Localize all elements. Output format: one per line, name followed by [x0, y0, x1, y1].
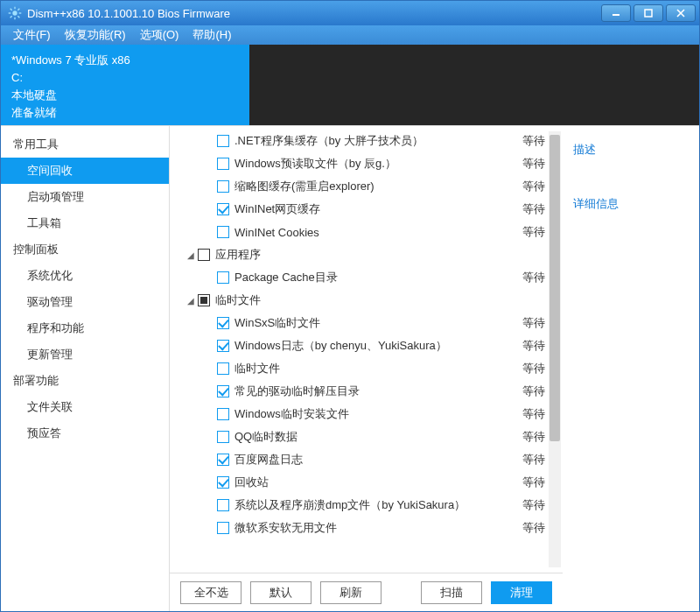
sidebar-item-optimize[interactable]: 系统优化: [1, 263, 169, 289]
checkbox[interactable]: [198, 294, 210, 306]
checkbox[interactable]: [217, 180, 229, 193]
list-item[interactable]: WinINet网页缓存等待: [170, 198, 547, 221]
checkbox[interactable]: [217, 476, 229, 489]
item-status: 等待: [519, 452, 547, 468]
checkbox[interactable]: [217, 226, 229, 238]
image-banner: *Windows 7 专业版 x86 C: 本地硬盘 准备就绪: [1, 45, 699, 125]
checkbox[interactable]: [217, 158, 229, 170]
footer: 全不选 默认 刷新 扫描 清理: [170, 573, 563, 611]
sidebar-item-startup[interactable]: 启动项管理: [1, 184, 169, 210]
list-item[interactable]: 常见的驱动临时解压目录等待: [170, 380, 547, 403]
checkbox[interactable]: [217, 340, 229, 352]
svg-line-5: [10, 9, 12, 11]
checkbox[interactable]: [217, 454, 229, 466]
select-none-button[interactable]: 全不选: [180, 581, 242, 604]
list-item[interactable]: 临时文件等待: [170, 357, 547, 380]
details-link[interactable]: 详细信息: [573, 196, 689, 212]
clean-button[interactable]: 清理: [491, 581, 552, 604]
sidebar-item-space-cleanup[interactable]: 空间回收: [1, 158, 169, 184]
item-label: 常见的驱动临时解压目录: [234, 383, 519, 399]
checkbox[interactable]: [198, 249, 210, 261]
item-label: Package Cache目录: [234, 270, 519, 285]
list-item[interactable]: Windows预读取文件（by 辰g.）等待: [170, 152, 547, 175]
description-link[interactable]: 描述: [573, 142, 689, 158]
menu-recover[interactable]: 恢复功能(R): [58, 25, 133, 45]
menu-file[interactable]: 文件(F): [6, 25, 58, 45]
sidebar-item-file-assoc[interactable]: 文件关联: [1, 394, 169, 420]
item-status: 等待: [519, 497, 547, 513]
image-info-panel[interactable]: *Windows 7 专业版 x86 C: 本地硬盘 准备就绪: [1, 45, 249, 125]
item-label: WinINet网页缓存: [234, 201, 519, 217]
titlebar[interactable]: Dism++x86 10.1.1001.10 Bios Firmware: [1, 1, 699, 25]
default-button[interactable]: 默认: [250, 581, 312, 604]
scrollbar[interactable]: [549, 131, 561, 567]
checkbox[interactable]: [217, 499, 229, 511]
minimize-button[interactable]: [601, 4, 631, 22]
checkbox[interactable]: [217, 522, 229, 534]
svg-rect-10: [645, 10, 652, 17]
item-label: 应用程序: [215, 247, 547, 263]
list-item[interactable]: 缩略图缓存(需重启explorer)等待: [170, 175, 547, 198]
list-item[interactable]: Package Cache目录等待: [170, 266, 547, 289]
svg-point-0: [12, 11, 17, 15]
checkbox[interactable]: [217, 317, 229, 329]
scrollbar-thumb[interactable]: [550, 135, 560, 441]
item-status: 等待: [519, 338, 547, 354]
list-item[interactable]: WinINet Cookies等待: [170, 221, 547, 243]
checkbox[interactable]: [217, 362, 229, 375]
list-item[interactable]: Windows日志（by chenyu、YukiSakura）等待: [170, 334, 547, 357]
item-label: 系统以及程序崩溃dmp文件（by YukiSakura）: [234, 497, 519, 513]
scan-button[interactable]: 扫描: [421, 581, 482, 604]
close-button[interactable]: [666, 4, 696, 22]
sidebar-group-common: 常用工具: [1, 131, 169, 158]
list-item[interactable]: 回收站等待: [170, 471, 547, 494]
body: 常用工具 空间回收 启动项管理 工具箱 控制面板 系统优化 驱动管理 程序和功能…: [1, 125, 699, 611]
menu-help[interactable]: 帮助(H): [186, 25, 238, 45]
refresh-button[interactable]: 刷新: [320, 581, 382, 604]
svg-line-8: [18, 9, 19, 11]
sidebar-item-updates[interactable]: 更新管理: [1, 341, 169, 368]
menubar: 文件(F) 恢复功能(R) 选项(O) 帮助(H): [1, 25, 699, 45]
checkbox[interactable]: [217, 203, 229, 215]
maximize-button[interactable]: [634, 4, 663, 22]
item-label: 微软系安软无用文件: [234, 520, 519, 536]
group-row[interactable]: ◢临时文件: [170, 289, 547, 312]
window-title: Dism++x86 10.1.1001.10 Bios Firmware: [27, 7, 598, 20]
item-status: 等待: [519, 224, 547, 240]
image-drive: C:: [11, 69, 239, 87]
item-status: 等待: [519, 270, 547, 285]
item-label: WinINet Cookies: [234, 226, 519, 239]
item-status: 等待: [519, 179, 547, 194]
checkbox[interactable]: [217, 271, 229, 284]
item-status: 等待: [519, 133, 547, 149]
item-label: Windows预读取文件（by 辰g.）: [234, 156, 519, 172]
list-item[interactable]: 百度网盘日志等待: [170, 448, 547, 471]
image-banner-spacer: [249, 45, 699, 125]
list-item[interactable]: 系统以及程序崩溃dmp文件（by YukiSakura）等待: [170, 494, 547, 517]
checkbox[interactable]: [217, 135, 229, 147]
checkbox[interactable]: [217, 385, 229, 397]
collapse-icon[interactable]: ◢: [186, 250, 196, 260]
menu-options[interactable]: 选项(O): [133, 25, 186, 45]
svg-line-7: [10, 16, 12, 18]
sidebar-item-toolbox[interactable]: 工具箱: [1, 210, 169, 236]
image-edition: *Windows 7 专业版 x86: [11, 52, 239, 69]
checkbox[interactable]: [217, 431, 229, 443]
list-item[interactable]: WinSxS临时文件等待: [170, 312, 547, 334]
item-status: 等待: [519, 201, 547, 217]
list-item[interactable]: QQ临时数据等待: [170, 426, 547, 448]
maximize-icon: [644, 9, 653, 18]
sidebar-item-programs[interactable]: 程序和功能: [1, 315, 169, 341]
list-item[interactable]: .NET程序集缓存（by 大胖子技术员）等待: [170, 130, 547, 152]
checkbox[interactable]: [217, 408, 229, 420]
group-row[interactable]: ◢应用程序: [170, 243, 547, 266]
minimize-icon: [612, 9, 620, 18]
cleanup-list: .NET程序集缓存（by 大胖子技术员）等待Windows预读取文件（by 辰g…: [170, 126, 563, 573]
item-status: 等待: [519, 406, 547, 422]
collapse-icon[interactable]: ◢: [186, 296, 196, 306]
image-disk-type: 本地硬盘: [11, 87, 239, 104]
list-item[interactable]: 微软系安软无用文件等待: [170, 517, 547, 539]
sidebar-item-unattend[interactable]: 预应答: [1, 420, 169, 447]
sidebar-item-drivers[interactable]: 驱动管理: [1, 289, 169, 315]
list-item[interactable]: Windows临时安装文件等待: [170, 403, 547, 426]
